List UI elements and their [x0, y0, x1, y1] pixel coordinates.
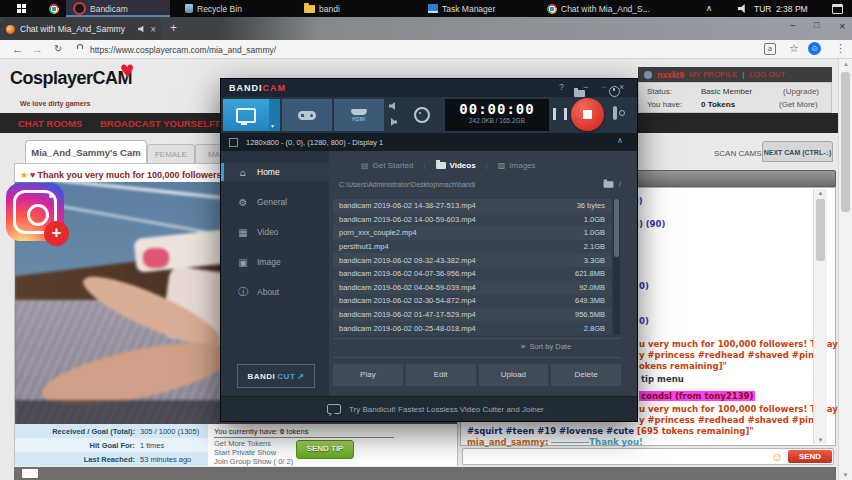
window-close-button[interactable]: × [839, 20, 845, 32]
bandicut-promo-text[interactable]: Try Bandicut! Fastest Lossless Video Cut… [349, 405, 544, 414]
scroll-up-icon[interactable]: ▲ [814, 190, 827, 196]
chat-input-field[interactable]: ☺ SEND [462, 448, 834, 465]
tab-videos[interactable]: Videos [436, 161, 476, 170]
microphone-icon[interactable] [389, 118, 397, 126]
file-row[interactable]: bandicam 2019-06-02 01-47-17-529.mp4956.… [333, 308, 611, 322]
start-button[interactable] [0, 0, 42, 17]
tray-language[interactable]: TUR [754, 4, 771, 14]
sidebar-item-home[interactable]: ⌂ Home [221, 163, 329, 181]
join-group-show-link[interactable]: Join Group Show ( 0/ 2) [214, 457, 293, 466]
nav-chat-rooms[interactable]: CHAT ROOMS [18, 118, 82, 129]
delete-button[interactable]: Delete [551, 364, 621, 386]
tray-clock[interactable]: 2:38 PM [776, 4, 808, 14]
page-scroll-up-icon[interactable]: ▲ [839, 58, 852, 67]
browse-folder-icon[interactable] [603, 181, 613, 187]
upgrade-link[interactable]: (Upgrade) [783, 87, 819, 96]
taskbar-item-recycle-bin[interactable]: Recycle Bin [178, 0, 287, 17]
page-scroll-thumb[interactable] [841, 72, 850, 212]
file-row[interactable]: persifnut1.mp42.1GB [333, 240, 611, 254]
edit-button[interactable]: Edit [406, 364, 476, 386]
screen-mode-dropdown[interactable]: ▾ [269, 99, 280, 131]
window-minimize-button[interactable]: − [790, 20, 796, 31]
log-out-link[interactable]: LOG OUT [749, 70, 785, 79]
window-maximize-button[interactable]: □ [814, 20, 819, 30]
file-row[interactable]: bandicam 2019-06-02 14-38-27-513.mp436 b… [333, 199, 611, 213]
sidebar-item-image[interactable]: ▣ Image [221, 253, 329, 271]
help-icon[interactable]: ? [559, 82, 564, 92]
new-tab-button[interactable]: + [170, 21, 177, 35]
pause-button[interactable] [553, 108, 567, 120]
start-private-show-link[interactable]: Start Private Show [214, 448, 276, 457]
stop-record-button[interactable] [571, 98, 604, 131]
get-more-tokens-link[interactable]: Get More Tokens [214, 439, 271, 448]
bookmark-star-icon[interactable]: ☆ [789, 42, 799, 55]
sidebar-item-video[interactable]: ▦ Video [221, 223, 329, 241]
tab-get-started[interactable]: ▤Get Started [361, 161, 413, 170]
site-logo[interactable]: CosplayerCAM [10, 68, 132, 89]
instagram-follow-badge[interactable]: + [44, 221, 69, 246]
notification-center-icon[interactable] [832, 4, 843, 14]
collapse-chevron-icon[interactable]: ∧ [617, 136, 623, 145]
game-recording-mode-button[interactable] [282, 99, 332, 131]
upload-button[interactable]: Upload [479, 364, 549, 386]
my-profile-link[interactable]: MY PROFILE [689, 70, 737, 79]
screen-recording-mode-button[interactable] [223, 99, 269, 131]
file-list-scrollbar[interactable] [613, 199, 620, 335]
nav-broadcast-yourself[interactable]: BROADCAST YOURSELF [100, 118, 215, 129]
translate-icon[interactable]: a [764, 43, 776, 55]
target-checkbox-icon[interactable] [229, 138, 238, 147]
sort-control[interactable]: ≡ Sort by Date [521, 342, 571, 351]
file-row[interactable]: porn_xxx_couple2.mp41.0GB [333, 226, 611, 240]
bottom-toolbar-button[interactable] [22, 469, 38, 478]
tray-chevron-icon[interactable]: ∧ [706, 3, 712, 13]
play-button[interactable]: Play [333, 364, 403, 386]
profile-avatar[interactable]: ☺ [808, 42, 821, 55]
bandicut-promo-button[interactable]: BANDICUT ↗ [237, 364, 315, 388]
chat-scroll-thumb[interactable] [816, 199, 825, 261]
taskbar-item-chrome-chat[interactable]: Chat with Mia_And_S... [540, 0, 679, 17]
bandicam-restore-icon[interactable]: − [601, 82, 606, 92]
emoji-icon[interactable]: ☺ [771, 451, 783, 463]
browser-tab-chat[interactable]: Chat with Mia_And_Sammy × [0, 18, 162, 40]
recording-target-bar[interactable]: 1280x800 - (0, 0), (1280, 800) - Display… [221, 133, 637, 151]
video-file-list[interactable]: bandicam 2019-06-02 14-38-27-513.mp436 b… [333, 199, 611, 335]
tab-cam-name[interactable]: Mia_And_Sammy's Cam [25, 140, 147, 164]
bandicam-window[interactable]: BANDI CAM ? − − × ▾ HDMI [220, 78, 638, 422]
chat-send-button[interactable]: SEND [788, 450, 832, 463]
back-icon[interactable]: ← [12, 43, 23, 55]
file-row[interactable]: bandicam 2019-06-02 04-07-36-956.mp4621.… [333, 267, 611, 281]
scan-cams-link[interactable]: SCAN CAMS [714, 149, 762, 158]
file-row[interactable]: bandicam 2019-06-02 02-30-54-872.mp4649.… [333, 294, 611, 308]
screenshot-button[interactable] [613, 106, 617, 120]
tab-images[interactable]: ▨Images [498, 161, 536, 170]
file-row[interactable]: bandicam 2019-06-02 04-04-59-039.mp492.0… [333, 281, 611, 295]
taskbar-item-task-manager[interactable]: Task Manager [421, 0, 530, 17]
page-scroll-down-icon[interactable]: ▼ [839, 472, 852, 478]
reload-icon[interactable]: ↻ [54, 43, 62, 54]
output-path-bar[interactable]: C:\Users\Administrator\Desktop\mach\band… [339, 180, 621, 189]
bandicam-minimize-icon[interactable]: − [583, 82, 588, 92]
send-tip-button[interactable]: SEND TIP [296, 440, 354, 459]
tab-audio-icon[interactable] [138, 26, 145, 33]
file-row[interactable]: bandicam 2019-06-02 00-25-48-018.mp42.8G… [333, 321, 611, 335]
sidebar-item-general[interactable]: ⚙ General [221, 193, 329, 211]
webcam-overlay-button[interactable] [407, 99, 437, 131]
file-list-scroll-thumb[interactable] [614, 199, 619, 257]
page-scrollbar[interactable]: ▲ ▼ [838, 58, 852, 480]
chat-scrollbar[interactable]: ▲ ▼ [813, 189, 827, 444]
file-row[interactable]: bandicam 2019-06-02 14-00-59-603.mp41.0G… [333, 213, 611, 227]
browser-menu-icon[interactable]: ⋮ [835, 42, 846, 55]
file-row[interactable]: bandicam 2019-06-02 09-32-43-382.mp43.3G… [333, 253, 611, 267]
taskbar-item-bandicam[interactable]: Bandicam [66, 0, 170, 17]
bandicam-close-icon[interactable]: × [619, 82, 624, 92]
taskbar-chrome-button[interactable] [42, 0, 66, 17]
audio-output-icon[interactable] [389, 102, 397, 110]
sidebar-item-about[interactable]: ⓘ About [221, 283, 329, 301]
taskbar-item-bandi-folder[interactable]: bandi [297, 0, 396, 17]
tab-close-icon[interactable]: × [150, 24, 156, 35]
tray-volume-muted-icon[interactable] [738, 4, 747, 15]
device-recording-mode-button[interactable]: HDMI [334, 99, 384, 131]
scroll-down-icon[interactable]: ▼ [814, 437, 827, 443]
tab-female[interactable]: FEMALE [147, 144, 195, 164]
get-more-link[interactable]: (Get More) [779, 100, 818, 109]
